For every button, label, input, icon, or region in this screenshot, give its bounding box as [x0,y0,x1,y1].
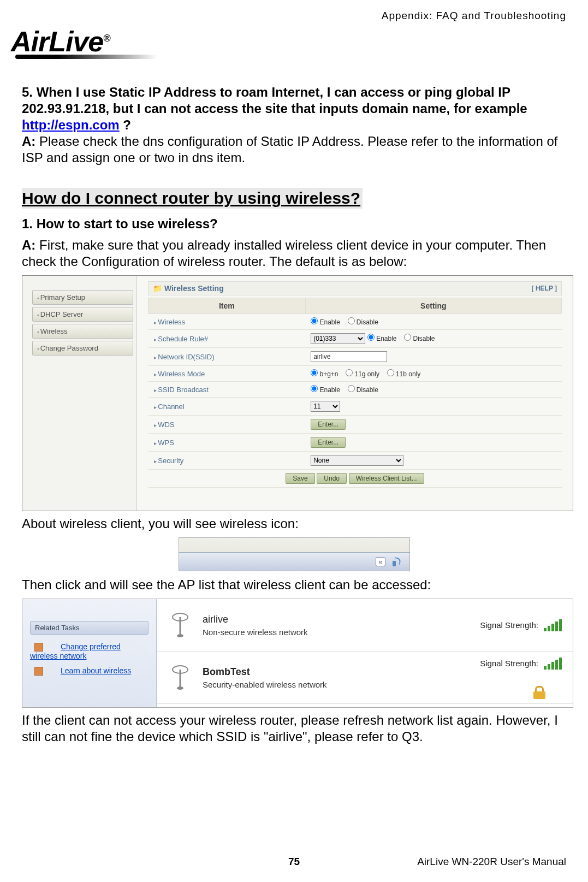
wds-enter-button[interactable]: Enter... [311,419,346,430]
schedule-select[interactable]: (01)333 [311,333,365,344]
svg-point-2 [177,634,183,637]
sidebar-item-primary-setup[interactable]: Primary Setup [32,290,133,305]
mode-11g-radio[interactable]: 11g only [346,370,379,378]
tray-screenshot: « [179,537,410,571]
ap-info: BombTest Security-enabled wireless netwo… [203,666,415,689]
brand-logo: AirLive® [11,25,566,59]
ap-list-screenshot: Related Tasks Change preferred wireless … [22,599,573,708]
wifi-tray-icon[interactable] [391,557,402,567]
enable-label-3: Enable [320,386,340,394]
router-sidebar: Primary Setup DHCP Server Wireless Chang… [22,276,137,511]
row-schedule-label: Schedule Rule# [149,330,306,348]
schedule-enable-radio[interactable]: Enable [367,335,397,342]
logo-brand: AirLive [11,26,103,57]
ap-desc: Non-secure wireless network [203,628,415,637]
section-heading-wireless: How do I connect router by using wireles… [22,188,363,209]
schedule-disable-radio[interactable]: Disable [404,335,435,342]
enable-label-2: Enable [376,335,396,342]
signal-label: Signal Strength: [480,620,538,630]
page-number: 75 [288,856,300,868]
broadcast-enable-radio[interactable]: Enable [311,386,340,394]
caption-wireless-icon: About wireless client, you will see wire… [22,516,566,532]
q5-a-label: A: [22,134,35,149]
mode-11g-label: 11g only [355,370,379,378]
disable-label-2: Disable [413,335,435,342]
sidebar-item-wireless[interactable]: Wireless [32,324,133,339]
mode-bgn-label: b+g+n [320,370,338,378]
task-icon [34,667,43,676]
doc-title: AirLive WN-220R User's Manual [417,856,566,868]
learn-wireless-link[interactable]: Learn about wireless [61,666,131,675]
wireless-disable-radio[interactable]: Disable [348,318,378,326]
logo-text: AirLive® [11,26,110,57]
router-main-panel: 📁 Wireless Setting [ HELP ] Item Setting… [137,276,573,511]
header-appendix: Appendix: FAQ and Troubleshooting [22,10,566,22]
related-tasks-header: Related Tasks [30,621,149,635]
q5-line2: 202.93.91.218, but I can not access the … [22,101,527,116]
ap-row-bombtest[interactable]: BombTest Security-enabled wireless netwo… [157,652,573,704]
ap-name: BombTest [203,666,415,678]
enable-label: Enable [320,318,340,326]
svg-point-5 [177,686,183,690]
col-item: Item [149,298,306,314]
ap-info: airlive Non-secure wireless network [203,614,415,637]
row-wireless-label: Wireless [149,314,306,330]
logo-reg: ® [103,33,110,44]
q5-qmark: ? [120,117,131,132]
row-ssid-label: Network ID(SSID) [149,348,306,366]
q5-title: 5. When I use Static IP Address to roam … [22,84,566,133]
row-channel-label: Channel [149,398,306,416]
antenna-icon [168,665,193,690]
help-link[interactable]: [ HELP ] [532,285,557,292]
row-security-label: Security [149,452,306,470]
config-table: Item Setting Wireless Enable Disable Sch… [148,298,562,488]
sidebar-item-change-password[interactable]: Change Password [32,341,133,356]
task-icon [34,643,43,652]
wps-enter-button[interactable]: Enter... [311,437,346,448]
signal-strength: Signal Strength: [480,658,562,670]
panel-title-bar: 📁 Wireless Setting [ HELP ] [148,281,562,295]
signal-strength: Signal Strength: [480,619,562,631]
q5-answer: A: Please check the dns configuration of… [22,133,566,166]
q1-a-text: First, make sure that you already instal… [22,238,546,269]
q5-a-text: Please check the dns configuration of St… [22,134,557,165]
ap-name: airlive [203,614,415,625]
mode-bgn-radio[interactable]: b+g+n [311,370,338,378]
caption-ap-list: Then click and will see the AP list that… [22,577,566,593]
ap-list: airlive Non-secure wireless network Sign… [157,599,573,707]
change-preferred-link[interactable]: Change preferred wireless network [30,642,121,660]
q5-line1: 5. When I use Static IP Address to roam … [22,85,510,99]
tail-paragraph: If the client can not access your wirele… [22,712,566,745]
ssid-input[interactable] [311,351,387,362]
q5-link[interactable]: http://espn.com [22,117,120,132]
disable-label-3: Disable [357,386,378,394]
save-button[interactable]: Save [286,473,314,484]
system-tray: « [179,552,409,571]
security-select[interactable]: None [311,455,403,466]
channel-select[interactable]: 11 [311,401,340,412]
tray-expand-button[interactable]: « [376,557,385,566]
mode-11b-radio[interactable]: 11b only [387,370,421,378]
client-list-button[interactable]: Wireless Client List... [349,473,424,484]
folder-icon: 📁 [153,284,162,293]
row-wps-label: WPS [149,434,306,452]
signal-label: Signal Strength: [480,659,538,668]
row-wds-label: WDS [149,416,306,434]
wireless-enable-radio[interactable]: Enable [311,318,340,326]
router-config-screenshot: Primary Setup DHCP Server Wireless Chang… [22,275,573,511]
ap-sidebar: Related Tasks Change preferred wireless … [22,599,157,707]
mode-11b-label: 11b only [396,370,420,378]
antenna-icon [168,613,193,638]
sidebar-item-dhcp-server[interactable]: DHCP Server [32,307,133,322]
broadcast-disable-radio[interactable]: Disable [348,386,378,394]
button-row: Save Undo Wireless Client List... [149,470,562,488]
q1-title: 1. How to start to use wireless? [22,216,566,232]
q1-answer: A: First, make sure that you already ins… [22,237,566,270]
ap-row-airlive[interactable]: airlive Non-secure wireless network Sign… [157,599,573,652]
ap-desc: Security-enabled wireless network [203,680,415,689]
undo-button[interactable]: Undo [317,473,347,484]
disable-label: Disable [357,318,378,326]
row-mode-label: Wireless Mode [149,366,306,382]
row-broadcast-label: SSID Broadcast [149,382,306,398]
page-footer: 75 AirLive WN-220R User's Manual [22,856,566,868]
